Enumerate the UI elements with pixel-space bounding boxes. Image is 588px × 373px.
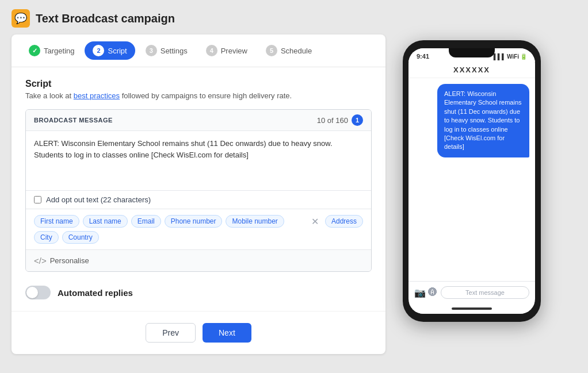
step-2-label: Script [108, 47, 127, 55]
phone-screen: 9:41 ▌▌▌ WiFi 🔋 XXXXXX ALERT: Wisconsin … [408, 48, 535, 314]
automated-replies-toggle[interactable] [25, 286, 51, 299]
step-3-num: 3 [146, 45, 157, 56]
step-5-label: Schedule [281, 47, 312, 55]
char-count: 10 of 160 [317, 116, 348, 125]
tags-section: First name Last name Email Phone number … [26, 209, 371, 249]
tag-address[interactable]: Address [325, 215, 363, 228]
broadcast-label: BROADCAST MESSAGE [34, 117, 113, 124]
step-2-num: 2 [93, 45, 104, 56]
broadcast-textarea[interactable] [26, 131, 371, 189]
step-5-num: 5 [266, 45, 277, 56]
home-indicator [452, 307, 492, 310]
personalise-label: Personalise [50, 256, 89, 265]
broadcast-box: BROADCAST MESSAGE 10 of 160 1 Add opt ou… [25, 109, 372, 272]
automated-replies-row: Automated replies [25, 286, 372, 299]
step-preview[interactable]: 4 Preview [198, 41, 255, 60]
opt-out-row: Add opt out text (22 characters) [26, 190, 371, 209]
section-desc: Take a look at best practices followed b… [25, 91, 372, 100]
char-count-wrap: 10 of 160 1 [317, 114, 363, 126]
phone-time: 9:41 [417, 53, 429, 60]
page-title: Text Broadcast campaign [36, 12, 175, 25]
phone-bottom-bar [408, 303, 535, 314]
step-settings[interactable]: 3 Settings [138, 41, 196, 60]
section-desc-start: Take a look at [25, 91, 74, 100]
main-layout: ✓ Targeting 2 Script 3 Settings 4 Previe… [0, 34, 588, 366]
phone-text-input: Text message [441, 286, 529, 299]
step-schedule[interactable]: 5 Schedule [258, 41, 320, 60]
phone-input-icons: 📷 🅐 [414, 287, 437, 298]
sms-count-badge: 1 [352, 114, 363, 126]
next-button[interactable]: Next [203, 323, 251, 343]
personalise-row[interactable]: </> Personalise [26, 249, 371, 271]
phone-contact: XXXXXX [408, 62, 535, 78]
card-body: Script Take a look at best practices fol… [12, 67, 385, 311]
broadcast-header: BROADCAST MESSAGE 10 of 160 1 [26, 110, 371, 131]
tag-first-name[interactable]: First name [34, 215, 79, 228]
opt-out-label[interactable]: Add opt out text (22 characters) [46, 195, 151, 204]
step-1-label: Targeting [44, 47, 74, 55]
phone-input-bar: 📷 🅐 Text message [408, 281, 535, 303]
step-4-num: 4 [206, 45, 217, 56]
page-header: 💬 Text Broadcast campaign [0, 0, 588, 34]
code-icon: </> [34, 256, 47, 266]
phone-mockup: 9:41 ▌▌▌ WiFi 🔋 XXXXXX ALERT: Wisconsin … [403, 40, 541, 322]
main-card: ✓ Targeting 2 Script 3 Settings 4 Previe… [12, 34, 385, 354]
tag-mobile-number[interactable]: Mobile number [226, 215, 284, 228]
tag-country[interactable]: Country [62, 231, 99, 244]
opt-out-checkbox[interactable] [34, 196, 41, 203]
tag-city[interactable]: City [34, 231, 59, 244]
step-3-label: Settings [161, 47, 188, 55]
tag-last-name[interactable]: Last name [83, 215, 128, 228]
card-footer: Prev Next [12, 311, 385, 354]
close-tags-button[interactable]: ✕ [309, 215, 322, 228]
step-1-num: ✓ [29, 45, 40, 56]
phone-signal: ▌▌▌ WiFi 🔋 [494, 53, 527, 60]
step-script[interactable]: 2 Script [85, 41, 135, 60]
tag-phone-number[interactable]: Phone number [165, 215, 223, 228]
phone-wrap: 9:41 ▌▌▌ WiFi 🔋 XXXXXX ALERT: Wisconsin … [403, 34, 541, 322]
step-targeting[interactable]: ✓ Targeting [21, 41, 82, 60]
automated-replies-label: Automated replies [58, 288, 133, 298]
gif-icon: 🅐 [428, 287, 437, 298]
app-icon: 💬 [12, 9, 30, 28]
phone-notch [449, 48, 495, 57]
steps-nav: ✓ Targeting 2 Script 3 Settings 4 Previe… [12, 34, 385, 67]
phone-message-bubble: ALERT: Wisconsin Elementary School remai… [437, 84, 529, 157]
section-title: Script [25, 79, 372, 89]
step-4-label: Preview [221, 47, 247, 55]
best-practices-link[interactable]: best practices [74, 91, 120, 100]
camera-icon: 📷 [414, 287, 426, 298]
section-desc-end: followed by campaigns to ensure high del… [120, 91, 292, 100]
prev-button[interactable]: Prev [146, 323, 196, 343]
tag-email[interactable]: Email [131, 215, 161, 228]
phone-messages: ALERT: Wisconsin Elementary School remai… [408, 78, 535, 281]
